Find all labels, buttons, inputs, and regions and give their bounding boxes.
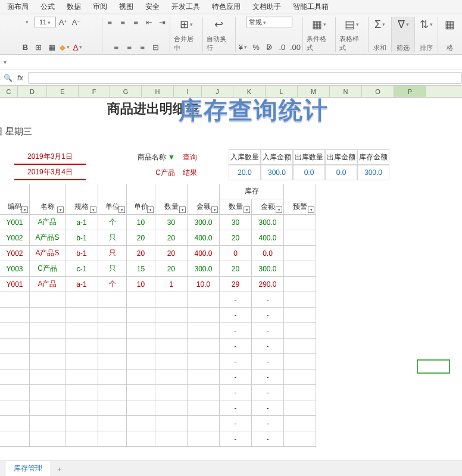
filter-button-price[interactable]: ▾ bbox=[147, 206, 154, 213]
filter-icon[interactable]: ∇ bbox=[395, 17, 411, 32]
align-middle-icon[interactable]: ≡ bbox=[117, 17, 128, 27]
cell[interactable] bbox=[155, 354, 188, 369]
cell[interactable] bbox=[98, 323, 127, 339]
column-header-H[interactable]: H bbox=[142, 86, 174, 97]
column-header-P[interactable]: P bbox=[394, 86, 426, 97]
filter-button-name[interactable]: ▾ bbox=[57, 206, 64, 213]
cell[interactable] bbox=[127, 431, 155, 447]
col-header-amt[interactable]: 金额▾ bbox=[188, 199, 220, 215]
cell[interactable] bbox=[188, 354, 220, 369]
cell[interactable]: 20 bbox=[127, 230, 155, 246]
cell[interactable] bbox=[65, 369, 98, 385]
table-row[interactable]: -- bbox=[0, 308, 389, 323]
cell[interactable] bbox=[127, 354, 155, 369]
comma-icon[interactable]: ↁ bbox=[264, 42, 274, 52]
cell[interactable] bbox=[30, 339, 65, 354]
table-row[interactable]: -- bbox=[0, 416, 389, 431]
column-header-G[interactable]: G bbox=[110, 86, 142, 97]
cell[interactable]: - bbox=[220, 292, 252, 308]
cell[interactable] bbox=[155, 292, 188, 308]
cell[interactable] bbox=[65, 308, 98, 323]
filter-button-samt[interactable]: ▾ bbox=[276, 206, 282, 213]
cell[interactable] bbox=[155, 308, 188, 323]
cell[interactable] bbox=[30, 323, 65, 339]
percent-icon[interactable]: % bbox=[251, 42, 261, 52]
cell[interactable] bbox=[284, 215, 316, 230]
cell[interactable] bbox=[65, 323, 98, 339]
font-size-input[interactable]: 11 bbox=[35, 17, 56, 27]
filter-button-alert[interactable]: ▾ bbox=[308, 206, 314, 213]
cell[interactable]: 20 bbox=[155, 261, 188, 277]
menu-item[interactable]: 安全 bbox=[139, 0, 166, 14]
col-header-samt[interactable]: 金额▾ bbox=[252, 199, 284, 215]
cell[interactable]: 30 bbox=[155, 215, 188, 230]
cell[interactable] bbox=[155, 400, 188, 416]
cell[interactable]: - bbox=[252, 339, 284, 354]
cell[interactable] bbox=[0, 416, 30, 431]
cell[interactable]: - bbox=[252, 385, 284, 400]
cell[interactable] bbox=[30, 369, 65, 385]
cell[interactable] bbox=[0, 369, 30, 385]
cell[interactable] bbox=[65, 292, 98, 308]
table-row[interactable]: -- bbox=[0, 354, 389, 369]
cell[interactable] bbox=[155, 431, 188, 447]
cell[interactable]: 只 bbox=[98, 246, 127, 261]
col-header-code[interactable]: 编码▾ bbox=[0, 199, 30, 215]
font-color-icon[interactable]: A bbox=[73, 42, 83, 52]
cell[interactable] bbox=[0, 354, 30, 369]
cell[interactable]: 20 bbox=[155, 230, 188, 246]
cell[interactable] bbox=[98, 292, 127, 308]
cell[interactable] bbox=[284, 369, 316, 385]
cell[interactable]: b-1 bbox=[65, 246, 98, 261]
col-header-alert[interactable]: 预警▾ bbox=[284, 199, 316, 215]
cell[interactable]: - bbox=[252, 323, 284, 339]
cell[interactable]: - bbox=[220, 416, 252, 431]
cell[interactable]: A产品 bbox=[30, 215, 65, 230]
col-header-sqty[interactable]: 数量▾ bbox=[220, 199, 252, 215]
table-row[interactable]: -- bbox=[0, 292, 389, 308]
cell[interactable]: 400.0 bbox=[252, 230, 284, 246]
sheet-tab[interactable]: 库存管理 bbox=[5, 461, 51, 476]
cell[interactable]: 0 bbox=[220, 246, 252, 261]
column-header-M[interactable]: M bbox=[298, 86, 330, 97]
col-header-spec[interactable]: 规格▾ bbox=[65, 199, 98, 215]
column-header-D[interactable]: D bbox=[18, 86, 47, 97]
filter-button-amt[interactable]: ▾ bbox=[211, 206, 218, 213]
cell[interactable] bbox=[65, 416, 98, 431]
cell[interactable]: - bbox=[220, 339, 252, 354]
cell[interactable]: Y001 bbox=[0, 277, 30, 292]
align-bottom-icon[interactable]: ≡ bbox=[130, 17, 141, 27]
cell[interactable] bbox=[127, 416, 155, 431]
cell[interactable] bbox=[127, 385, 155, 400]
cell[interactable] bbox=[188, 308, 220, 323]
cell[interactable] bbox=[65, 354, 98, 369]
cell[interactable] bbox=[30, 416, 65, 431]
cell[interactable] bbox=[155, 416, 188, 431]
cell[interactable] bbox=[284, 323, 316, 339]
expand-caret-icon[interactable]: ▾ bbox=[4, 59, 7, 65]
cell[interactable]: a-1 bbox=[65, 277, 98, 292]
cell[interactable] bbox=[284, 385, 316, 400]
cell[interactable] bbox=[98, 416, 127, 431]
filter-button-sqty[interactable]: ▾ bbox=[244, 206, 250, 213]
cell[interactable]: - bbox=[220, 308, 252, 323]
cell[interactable] bbox=[284, 339, 316, 354]
cell[interactable] bbox=[65, 431, 98, 447]
cell[interactable] bbox=[98, 431, 127, 447]
cell[interactable]: 20 bbox=[220, 261, 252, 277]
cell[interactable] bbox=[155, 323, 188, 339]
sort-icon[interactable]: ⇅ bbox=[419, 17, 434, 32]
cell[interactable] bbox=[0, 292, 30, 308]
cell[interactable] bbox=[284, 292, 316, 308]
grid-icon[interactable]: ▦ bbox=[46, 42, 57, 52]
cell[interactable]: 15 bbox=[127, 261, 155, 277]
product-value[interactable]: C产品 bbox=[116, 165, 175, 180]
cell[interactable] bbox=[65, 385, 98, 400]
col-header-price[interactable]: 单价▾ bbox=[127, 199, 155, 215]
table-row[interactable]: -- bbox=[0, 369, 389, 385]
cell[interactable] bbox=[284, 230, 316, 246]
cell[interactable]: - bbox=[252, 354, 284, 369]
table-row[interactable]: √Y001A产品a-1个1030300.030300.0 bbox=[0, 215, 389, 230]
align-center-icon[interactable]: ≡ bbox=[124, 42, 135, 52]
cell[interactable] bbox=[98, 385, 127, 400]
